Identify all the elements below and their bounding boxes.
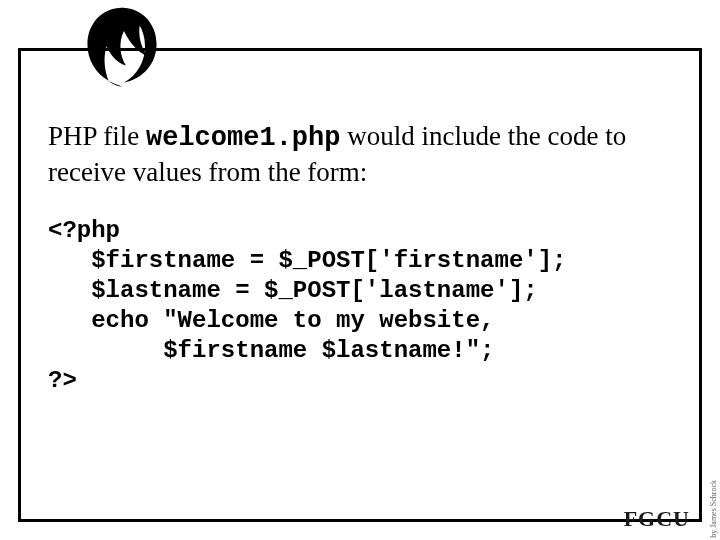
code-line: <?php (48, 216, 672, 246)
code-line: $firstname = $_POST['firstname']; (48, 246, 672, 276)
eagle-logo (74, 4, 170, 92)
heading-filename: welcome1.php (146, 123, 340, 153)
code-line: $lastname = $_POST['lastname']; (48, 276, 672, 306)
fgcu-logo: FGCU (624, 506, 690, 532)
code-line: ?> (48, 366, 672, 396)
code-block: <?php $firstname = $_POST['firstname']; … (48, 216, 672, 396)
code-line: $firstname $lastname!"; (48, 336, 672, 366)
heading-prefix: PHP file (48, 121, 146, 151)
copyright-text: Copyright © 2003 by James Schrock (709, 480, 718, 540)
heading: PHP file welcome1.php would include the … (48, 120, 672, 190)
code-line: echo "Welcome to my website, (48, 306, 672, 336)
slide-content: PHP file welcome1.php would include the … (48, 120, 672, 396)
